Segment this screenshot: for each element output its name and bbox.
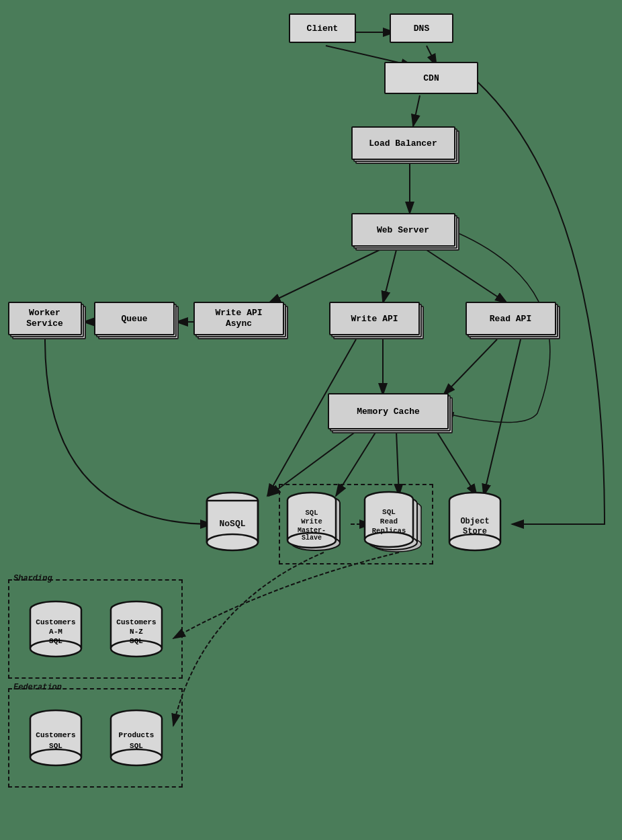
svg-text:Store: Store (463, 527, 487, 536)
client-box: Client (289, 13, 356, 43)
cdn-label: CDN (423, 73, 439, 83)
svg-line-17 (484, 339, 521, 496)
write-api-label: Write API (351, 314, 398, 324)
memory-cache-node: Memory Cache (321, 387, 455, 435)
dns-label: DNS (414, 24, 429, 34)
read-api-label: Read API (490, 314, 531, 324)
svg-text:NoSQL: NoSQL (219, 519, 245, 529)
sharding-db1-node: Customers A-M SQL (19, 597, 93, 664)
sharding-label: Sharding (13, 574, 52, 583)
svg-text:SQL: SQL (130, 742, 143, 750)
svg-point-85 (30, 749, 81, 765)
write-api-async-node: Write API Async (187, 296, 291, 341)
dns-box: DNS (390, 13, 453, 43)
object-store-node: Object Store (440, 488, 510, 558)
read-api-node: Read API (460, 296, 561, 341)
sharding-db1-svg: Customers A-M SQL (22, 599, 89, 663)
cdn-node: CDN (384, 62, 478, 94)
federation-db2-node: Products SQL (99, 706, 173, 773)
object-store-cylinder-svg: Object Store (443, 490, 507, 557)
client-label: Client (307, 24, 339, 34)
load-balancer-node: Load Balancer (343, 121, 463, 165)
write-api-node: Write API (322, 296, 427, 341)
svg-text:SQL: SQL (49, 742, 62, 750)
nosql-cylinder-svg: NoSQL (202, 490, 263, 554)
federation-db2-svg: Products SQL (103, 708, 170, 771)
svg-line-16 (437, 431, 477, 496)
sql-federation-group (279, 484, 433, 564)
client-node: Client (289, 13, 356, 43)
sharding-db2-node: Customers N-Z SQL (99, 597, 173, 664)
svg-text:SQL: SQL (130, 637, 143, 645)
dns-node: DNS (390, 13, 453, 43)
write-api-async-label: Write API Async (215, 308, 262, 329)
federation-label: Federation (13, 683, 62, 692)
nosql-node: NoSQL (199, 488, 266, 555)
svg-text:N-Z: N-Z (130, 628, 143, 636)
svg-text:SQL: SQL (49, 637, 62, 645)
svg-point-24 (207, 534, 258, 550)
federation-db1-node: Customers SQL (19, 706, 93, 773)
sharding-db2-svg: Customers N-Z SQL (103, 599, 170, 663)
svg-text:Customers: Customers (116, 618, 156, 626)
web-server-node: Web Server (343, 207, 463, 253)
federation-db1-svg: Customers SQL (22, 708, 89, 771)
svg-point-62 (449, 534, 500, 550)
svg-point-92 (111, 749, 162, 765)
worker-service-label: Worker Service (26, 308, 63, 329)
svg-text:Customers: Customers (36, 618, 75, 626)
web-server-label: Web Server (377, 225, 429, 235)
svg-text:Products: Products (119, 731, 154, 739)
svg-text:A-M: A-M (49, 628, 62, 636)
queue-label: Queue (121, 314, 147, 324)
diagram-container: Client DNS CDN Load Balancer Web Server (0, 0, 622, 840)
svg-text:Customers: Customers (36, 731, 75, 739)
svg-text:Object: Object (460, 517, 489, 526)
load-balancer-label: Load Balancer (369, 138, 437, 149)
memory-cache-label: Memory Cache (357, 407, 420, 417)
queue-node: Queue (87, 296, 181, 341)
worker-service-node: Worker Service (3, 296, 87, 341)
cdn-box: CDN (384, 62, 478, 94)
